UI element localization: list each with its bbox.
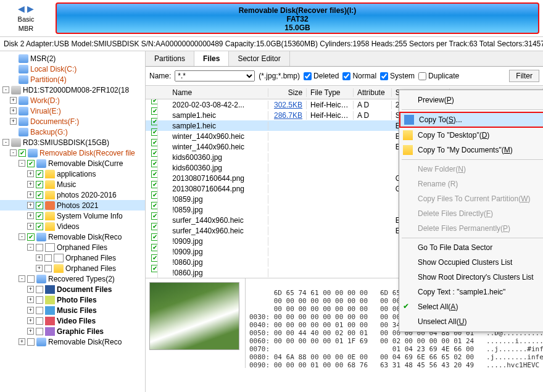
tree-item[interactable]: +Virual(E:) bbox=[0, 106, 145, 116]
expand-icon[interactable]: + bbox=[36, 254, 43, 261]
tree-item[interactable]: +✔photos 2020-2016 bbox=[0, 190, 145, 200]
menu-unselect-all[interactable]: Unselect All(U) bbox=[399, 314, 543, 329]
tab-files[interactable]: Files bbox=[194, 51, 229, 66]
tree-item[interactable]: -RD3:SMIUSBDISK(15GB) bbox=[0, 137, 145, 148]
menu-show-clusters[interactable]: Show Occupied Clusters List bbox=[399, 255, 543, 270]
check-icon[interactable]: ✔ bbox=[36, 202, 43, 209]
row-check-icon[interactable]: ✔ bbox=[151, 139, 158, 146]
filter-button[interactable]: Filter bbox=[509, 70, 539, 82]
row-check-icon[interactable]: ✔ bbox=[151, 107, 158, 115]
tree-item[interactable]: Partition(4) bbox=[0, 74, 145, 85]
tree-item[interactable]: +✔Photos 2021 bbox=[0, 200, 145, 211]
row-check-icon[interactable]: ✔ bbox=[151, 149, 158, 157]
check-icon[interactable] bbox=[44, 265, 52, 272]
row-check-icon[interactable]: ✔ bbox=[151, 254, 158, 262]
check-icon[interactable]: ✔ bbox=[27, 160, 35, 167]
row-check-icon[interactable]: ✔ bbox=[151, 99, 158, 104]
expand-icon[interactable]: + bbox=[27, 212, 34, 219]
row-check-icon[interactable]: ✔ bbox=[151, 265, 158, 272]
check-icon[interactable] bbox=[36, 286, 43, 293]
menu-copy-text[interactable]: Copy Text : "sample1.heic" bbox=[399, 285, 543, 299]
check-icon[interactable]: ✔ bbox=[36, 223, 43, 230]
tree-item[interactable]: +Graphic Files bbox=[0, 326, 145, 336]
chk-deleted[interactable]: Deleted bbox=[304, 72, 339, 80]
check-icon[interactable]: ✔ bbox=[27, 233, 35, 241]
expand-icon[interactable]: + bbox=[19, 338, 25, 345]
expand-icon[interactable]: - bbox=[2, 86, 9, 93]
tree-item[interactable]: +Orphaned Files bbox=[0, 252, 145, 263]
tree-panel[interactable]: MSR(2)Local Disk(C:)Partition(4)-HD1:ST2… bbox=[0, 51, 146, 392]
tree-item[interactable]: -HD1:ST2000DM008-2FR102(18 bbox=[0, 85, 145, 95]
menu-copy-desktop[interactable]: Copy To "Desktop"(D) bbox=[399, 128, 543, 143]
tree-item[interactable]: Local Disk(C:) bbox=[0, 64, 145, 74]
disk-banner[interactable]: Removable Disk(Recover files)(I:) FAT32 … bbox=[56, 2, 539, 34]
chk-duplicate[interactable]: Duplicate bbox=[418, 72, 459, 80]
expand-icon[interactable]: + bbox=[10, 107, 17, 114]
hdr-name[interactable]: Name bbox=[168, 88, 268, 97]
hdr-type[interactable]: File Type bbox=[307, 88, 354, 97]
expand-icon[interactable]: - bbox=[19, 233, 25, 240]
row-check-icon[interactable]: ✔ bbox=[151, 191, 158, 199]
check-icon[interactable] bbox=[36, 296, 43, 304]
row-check-icon[interactable]: ✔ bbox=[151, 223, 158, 230]
expand-icon[interactable]: + bbox=[10, 97, 17, 104]
menu-show-root-clusters[interactable]: Show Root Directory's Clusters List bbox=[399, 270, 543, 285]
row-check-icon[interactable]: ✔ bbox=[151, 212, 158, 220]
expand-icon[interactable]: - bbox=[19, 160, 25, 167]
menu-select-all[interactable]: ✔Select All(A) bbox=[399, 299, 543, 314]
tree-item[interactable]: +✔applications bbox=[0, 169, 145, 179]
tree-item[interactable]: +Photo Files bbox=[0, 294, 145, 305]
expand-icon[interactable]: + bbox=[27, 191, 34, 198]
check-icon[interactable] bbox=[27, 275, 35, 283]
menu-copy-mydocs[interactable]: Copy To "My Documents"(M) bbox=[399, 143, 543, 157]
tree-item[interactable]: -✔Removable Disk(Curre bbox=[0, 158, 145, 169]
check-icon[interactable] bbox=[36, 244, 43, 251]
check-icon[interactable]: ✔ bbox=[19, 149, 26, 157]
tab-sector-editor[interactable]: Sector Editor bbox=[229, 51, 289, 66]
tree-item[interactable]: MSR(2) bbox=[0, 53, 145, 64]
tree-item[interactable]: +Removable Disk(Reco bbox=[0, 336, 145, 347]
tree-item[interactable]: +✔Videos bbox=[0, 221, 145, 231]
menu-copy-to[interactable]: Copy To(S)... bbox=[399, 112, 543, 128]
tree-item[interactable]: +Music Files bbox=[0, 305, 145, 315]
tree-item[interactable]: +Documents(F:) bbox=[0, 116, 145, 127]
row-check-icon[interactable]: ✔ bbox=[151, 118, 158, 125]
tree-item[interactable]: +✔System Volume Info bbox=[0, 211, 145, 221]
check-icon[interactable] bbox=[44, 254, 52, 262]
name-filter-select[interactable]: *.* bbox=[175, 70, 255, 81]
check-icon[interactable]: ✔ bbox=[36, 212, 43, 220]
tree-item[interactable]: -Orphaned Files bbox=[0, 242, 145, 252]
tree-item[interactable]: +Video Files bbox=[0, 315, 145, 326]
expand-icon[interactable]: + bbox=[27, 286, 34, 293]
tree-item[interactable]: +Orphaned Files bbox=[0, 263, 145, 273]
menu-goto-sector[interactable]: Go To File Data Sector▸ bbox=[399, 240, 543, 255]
expand-icon[interactable]: + bbox=[27, 181, 34, 188]
expand-icon[interactable]: + bbox=[36, 265, 43, 272]
check-icon[interactable] bbox=[36, 328, 43, 335]
hdr-attr[interactable]: Attribute bbox=[354, 88, 392, 97]
expand-icon[interactable]: + bbox=[27, 328, 34, 335]
check-icon[interactable] bbox=[36, 317, 43, 325]
tree-item[interactable]: -✔Removable Disk(Reco bbox=[0, 231, 145, 242]
row-check-icon[interactable]: ✔ bbox=[151, 160, 158, 167]
chk-system[interactable]: System bbox=[380, 72, 415, 80]
expand-icon[interactable]: - bbox=[2, 139, 9, 146]
tree-item[interactable]: -✔Removable Disk(Recover file bbox=[0, 148, 145, 158]
expand-icon[interactable]: - bbox=[27, 244, 34, 251]
expand-icon[interactable]: + bbox=[27, 307, 34, 314]
expand-icon[interactable]: + bbox=[27, 296, 34, 303]
expand-icon[interactable]: - bbox=[10, 149, 17, 156]
menu-preview[interactable]: Preview(P) bbox=[399, 93, 543, 107]
check-icon[interactable] bbox=[27, 338, 35, 346]
expand-icon[interactable]: + bbox=[27, 317, 34, 324]
tree-item[interactable]: Backup(G:) bbox=[0, 127, 145, 137]
row-check-icon[interactable]: ✔ bbox=[151, 128, 158, 136]
row-check-icon[interactable]: ✔ bbox=[151, 233, 158, 241]
tree-item[interactable]: +✔Music bbox=[0, 179, 145, 190]
expand-icon[interactable]: + bbox=[10, 118, 17, 125]
expand-icon[interactable]: - bbox=[19, 275, 25, 282]
tree-item[interactable]: +Document Files bbox=[0, 284, 145, 294]
row-check-icon[interactable]: ✔ bbox=[151, 181, 158, 188]
check-icon[interactable]: ✔ bbox=[36, 181, 43, 188]
check-icon[interactable]: ✔ bbox=[36, 191, 43, 199]
